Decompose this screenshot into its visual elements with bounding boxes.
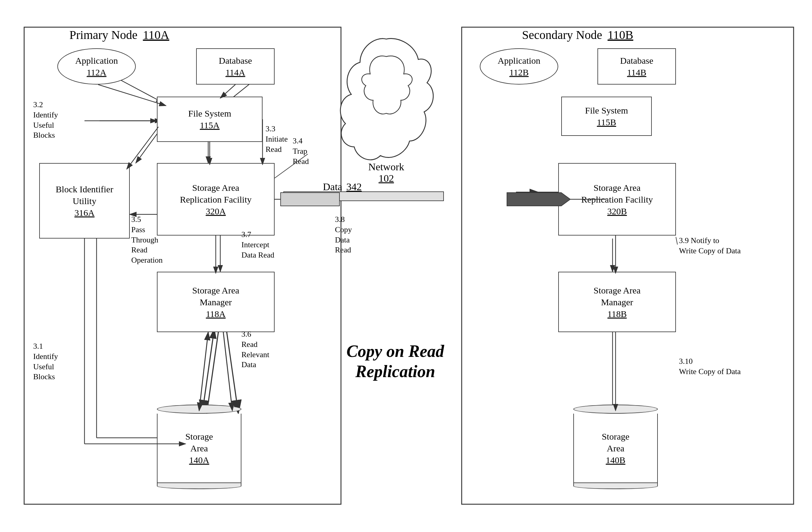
file-system-115a: File System 115A <box>157 97 262 142</box>
annotation-3-4: 3.4TrapRead <box>293 136 309 166</box>
svg-line-28 <box>127 127 158 169</box>
storage-manager-118b: Storage Area Manager 118B <box>558 272 676 332</box>
secondary-node-id: 110B <box>607 28 633 42</box>
file-system-115b: File System 115B <box>561 97 652 136</box>
svg-line-34 <box>199 332 208 411</box>
svg-line-35 <box>223 332 232 411</box>
svg-marker-18 <box>516 192 561 201</box>
database-114b: Database 114B <box>597 48 676 85</box>
annotation-3-7: 3.7InterceptData Read <box>242 229 274 260</box>
annotation-3-3: 3.3InitiateRead <box>265 124 288 154</box>
application-112a: Application 112A <box>57 48 136 85</box>
svg-line-13 <box>226 329 238 414</box>
annotation-3-6: 3.6ReadRelevantData <box>242 329 269 370</box>
annotation-3-8: 3.8CopyDataRead <box>335 214 352 255</box>
svg-line-44 <box>676 237 678 244</box>
block-identifier-316a: Block Identifier Utility 316A <box>39 163 130 239</box>
svg-line-26 <box>220 85 235 98</box>
svg-line-25 <box>98 85 166 106</box>
storage-area-140b: Storage Area 140B <box>573 405 658 489</box>
annotation-3-10: 3.10Write Copy of Data <box>679 356 741 377</box>
storage-area-140a: Storage Area 140A <box>157 405 242 489</box>
annotation-3-9: 3.9 Notify toWrite Copy of Data <box>679 236 741 256</box>
secondary-node-label: Secondary Node 110B <box>522 28 633 42</box>
data-342-label: Data 342 <box>323 181 362 193</box>
svg-line-5 <box>118 79 163 103</box>
primary-node-id: 110A <box>143 28 169 42</box>
annotation-3-2: 3.2IdentifyUsefulBlocks <box>33 100 58 140</box>
network-102: Network 102 <box>335 33 437 184</box>
annotation-3-1: 3.1IdentifyUsefulBlocks <box>33 341 58 382</box>
svg-marker-17 <box>284 192 444 201</box>
svg-marker-31 <box>281 193 339 206</box>
annotation-3-5: 3.5PassThroughReadOperation <box>131 214 163 265</box>
svg-line-14 <box>207 329 219 414</box>
svg-line-12 <box>202 329 214 414</box>
database-114a: Database 114A <box>196 48 275 85</box>
storage-replication-320a: Storage Area Replication Facility 320A <box>157 163 275 236</box>
primary-node-label: Primary Node 110A <box>69 28 169 42</box>
storage-replication-320b: Storage Area Replication Facility 320B <box>558 163 676 236</box>
storage-manager-118a: Storage Area Manager 118A <box>157 272 275 332</box>
copy-on-read-title: Copy on ReadReplication <box>335 341 455 382</box>
application-112b: Application 112B <box>480 48 558 85</box>
